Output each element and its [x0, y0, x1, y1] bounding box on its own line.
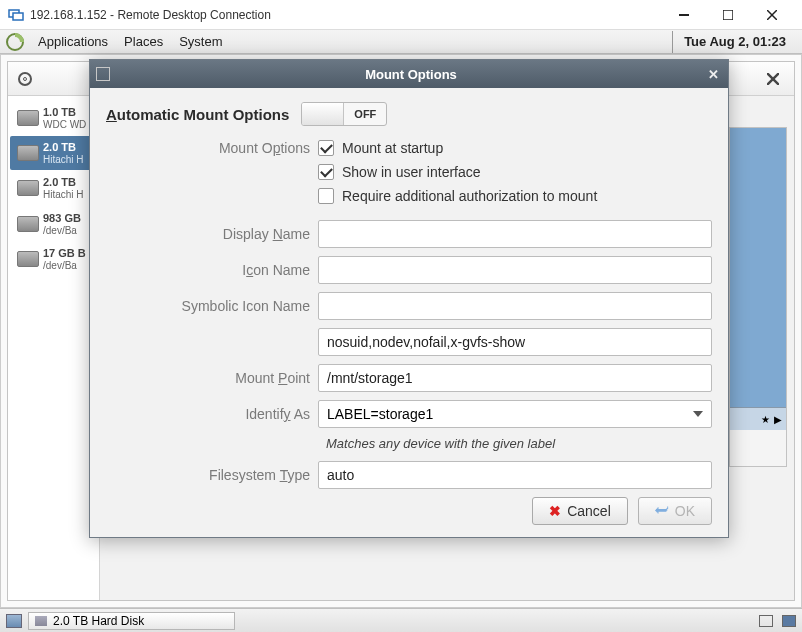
rdp-titlebar: 192.168.1.152 - Remote Desktop Connectio… — [0, 0, 802, 30]
bottom-taskbar: 2.0 TB Hard Disk — [0, 608, 802, 632]
cancel-button[interactable]: ✖ Cancel — [532, 497, 628, 525]
volume-map: ★ ▶ — [729, 127, 787, 467]
toggle-label: OFF — [344, 103, 386, 125]
tray-icon[interactable] — [782, 615, 796, 627]
svg-rect-1 — [13, 13, 23, 20]
rdp-title: 192.168.1.152 - Remote Desktop Connectio… — [30, 8, 271, 22]
label-display-name: Display Name — [106, 226, 318, 242]
svg-rect-3 — [723, 10, 733, 20]
device-row[interactable]: 1.0 TBWDC WD — [10, 101, 97, 135]
hard-disk-icon — [17, 251, 39, 267]
window-icon — [35, 616, 47, 626]
ok-icon: ⮨ — [655, 503, 669, 519]
hard-disk-icon — [17, 110, 39, 126]
taskbar-task[interactable]: 2.0 TB Hard Disk — [28, 612, 235, 630]
device-list: 1.0 TBWDC WD 2.0 TBHitachi H 2.0 TBHitac… — [8, 96, 100, 600]
svg-rect-2 — [679, 14, 689, 16]
checkbox-icon — [318, 164, 334, 180]
rdp-icon — [8, 7, 24, 23]
play-icon[interactable]: ▶ — [774, 414, 782, 425]
icon-name-input[interactable] — [318, 256, 712, 284]
mount-options-dialog: Mount Options ✕ Automatic Mount Options … — [89, 59, 729, 538]
hard-disk-icon — [17, 145, 39, 161]
distro-icon[interactable] — [6, 33, 24, 51]
close-button[interactable] — [750, 0, 794, 30]
panel-clock[interactable]: Tue Aug 2, 01:23 — [684, 34, 786, 49]
label-filesystem-type: Filesystem Type — [106, 467, 318, 483]
display-name-input[interactable] — [318, 220, 712, 248]
desktop-area: 1.0 TBWDC WD 2.0 TBHitachi H 2.0 TBHitac… — [0, 54, 802, 608]
hard-disk-icon — [17, 216, 39, 232]
label-symbolic-icon-name: Symbolic Icon Name — [106, 298, 318, 314]
dialog-title: Mount Options — [118, 67, 704, 82]
volume-actions: ★ ▶ — [730, 408, 786, 430]
symbolic-icon-name-input[interactable] — [318, 292, 712, 320]
menu-system[interactable]: System — [171, 34, 230, 49]
minimize-button[interactable] — [662, 0, 706, 30]
partition-block[interactable] — [730, 128, 786, 408]
check-require-auth[interactable]: Require additional authorization to moun… — [318, 188, 597, 204]
dialog-titlebar[interactable]: Mount Options ✕ — [90, 60, 728, 88]
mount-point-input[interactable] — [318, 364, 712, 392]
label-icon-name: Icon Name — [106, 262, 318, 278]
checkbox-icon — [318, 188, 334, 204]
window-icon — [96, 67, 110, 81]
desktop-panel: Applications Places System Tue Aug 2, 01… — [0, 30, 802, 54]
disks-close-button[interactable] — [762, 68, 784, 90]
device-row[interactable]: 2.0 TBHitachi H — [10, 171, 97, 205]
dialog-close-button[interactable]: ✕ — [704, 65, 722, 83]
filesystem-type-input[interactable] — [318, 461, 712, 489]
tray-icon[interactable] — [759, 615, 773, 627]
label-mount-point: Mount Point — [106, 370, 318, 386]
automatic-heading: Automatic Mount Options — [106, 106, 289, 123]
hard-disk-icon — [17, 180, 39, 196]
maximize-button[interactable] — [706, 0, 750, 30]
check-show-in-ui[interactable]: Show in user interface — [318, 164, 481, 180]
mount-flags-input[interactable] — [318, 328, 712, 356]
ok-button[interactable]: ⮨ OK — [638, 497, 712, 525]
label-identify-as: Identify As — [106, 406, 318, 422]
show-desktop-button[interactable] — [6, 614, 22, 628]
menu-applications[interactable]: Applications — [30, 34, 116, 49]
identify-as-value: LABEL=storage1 — [327, 406, 433, 422]
label-mount-options: Mount Options — [106, 140, 318, 156]
device-row[interactable]: 983 GB/dev/Ba — [10, 207, 97, 241]
automatic-toggle[interactable]: OFF — [301, 102, 387, 126]
power-icon[interactable] — [18, 72, 32, 86]
task-label: 2.0 TB Hard Disk — [53, 614, 144, 628]
star-icon[interactable]: ★ — [761, 414, 770, 425]
identify-hint: Matches any device with the given label — [326, 436, 712, 451]
check-mount-at-startup[interactable]: Mount at startup — [318, 140, 443, 156]
chevron-down-icon — [693, 411, 703, 417]
cancel-icon: ✖ — [549, 503, 561, 519]
menu-places[interactable]: Places — [116, 34, 171, 49]
device-row[interactable]: 17 GB B/dev/Ba — [10, 242, 97, 276]
identify-as-select[interactable]: LABEL=storage1 — [318, 400, 712, 428]
device-row-selected[interactable]: 2.0 TBHitachi H — [10, 136, 97, 170]
checkbox-icon — [318, 140, 334, 156]
